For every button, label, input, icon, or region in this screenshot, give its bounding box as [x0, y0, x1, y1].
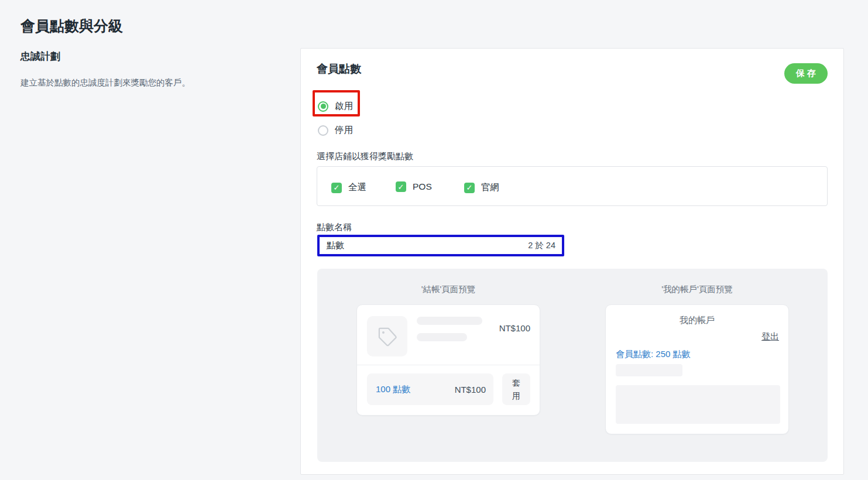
checkbox-checked-icon[interactable]: ✓ [331, 183, 342, 193]
points-amount-link[interactable]: 100 點數 [367, 384, 410, 395]
checkbox-select-all-label: 全選 [348, 181, 366, 194]
char-counter: 2 於 24 [528, 240, 562, 251]
checkbox-pos-label: POS [413, 181, 432, 192]
radio-option-disabled[interactable]: 停用 [318, 124, 353, 136]
radio-unselected-icon[interactable] [318, 125, 328, 136]
checkbox-pos[interactable]: ✓ POS [396, 181, 432, 192]
annotation-blue-box: 2 於 24 [317, 235, 564, 256]
member-points-card: 會員點數 保 存 啟用 停用 選擇店鋪以獲得獎勵點數 ✓ 全選 ✓ POS ✓ … [300, 48, 844, 475]
checkbox-checked-icon[interactable]: ✓ [464, 183, 475, 193]
item-price: NT$100 [499, 323, 530, 333]
content-placeholder-box [616, 385, 780, 424]
radio-option-enabled[interactable]: 啟用 [318, 100, 353, 112]
loyalty-section-description: 建立基於點數的忠誠度計劃來獎勵您的客戶。 [20, 77, 190, 88]
checkout-preview-title: '結帳'頁面預覽 [356, 284, 540, 295]
points-name-label: 點數名稱 [317, 222, 352, 233]
text-placeholder-bar [616, 364, 682, 376]
text-placeholder-bar [417, 317, 482, 325]
preview-panel: '結帳'頁面預覽 '我的帳戶'頁面預覽 NT$100 100 點數 NT$100 [317, 269, 828, 462]
member-points-balance: 會員點數: 250 點數 [616, 349, 691, 360]
points-value-price: NT$100 [455, 385, 493, 395]
loyalty-section-title: 忠誠計劃 [20, 50, 60, 63]
points-redeem-box: 100 點數 NT$100 [367, 373, 493, 405]
radio-dot-icon [321, 104, 326, 109]
account-preview-title: '我的帳戶'頁面預覽 [605, 284, 789, 295]
checkbox-checked-icon[interactable]: ✓ [396, 181, 406, 192]
tag-icon [377, 326, 398, 347]
card-title: 會員點數 [317, 61, 361, 77]
apply-button[interactable]: 套用 [502, 373, 530, 405]
checkbox-website-label: 官網 [481, 181, 499, 194]
checkbox-select-all[interactable]: ✓ 全選 [331, 181, 366, 194]
radio-enabled-label: 啟用 [335, 100, 353, 112]
save-button[interactable]: 保 存 [784, 63, 828, 84]
checkout-preview-card: NT$100 100 點數 NT$100 套用 [356, 304, 540, 416]
account-preview-card: 我的帳戶 登出 會員點數: 250 點數 [605, 304, 789, 434]
checkout-item-row: NT$100 [357, 305, 540, 365]
stores-select-label: 選擇店鋪以獲得獎勵點數 [317, 151, 413, 162]
page-title: 會員點數與分級 [20, 16, 123, 36]
checkbox-website[interactable]: ✓ 官網 [464, 181, 499, 194]
text-placeholder-bar [417, 333, 467, 341]
apply-button-label: 套用 [512, 376, 521, 403]
radio-disabled-label: 停用 [335, 124, 353, 136]
radio-selected-icon[interactable] [318, 101, 328, 112]
logout-link[interactable]: 登出 [761, 331, 779, 342]
product-image-placeholder [367, 316, 407, 356]
points-name-input[interactable] [320, 237, 528, 254]
checkout-points-row: 100 點數 NT$100 套用 [357, 365, 540, 416]
account-heading: 我的帳戶 [606, 315, 788, 326]
stores-checkbox-group: ✓ 全選 ✓ POS ✓ 官網 [317, 166, 828, 206]
